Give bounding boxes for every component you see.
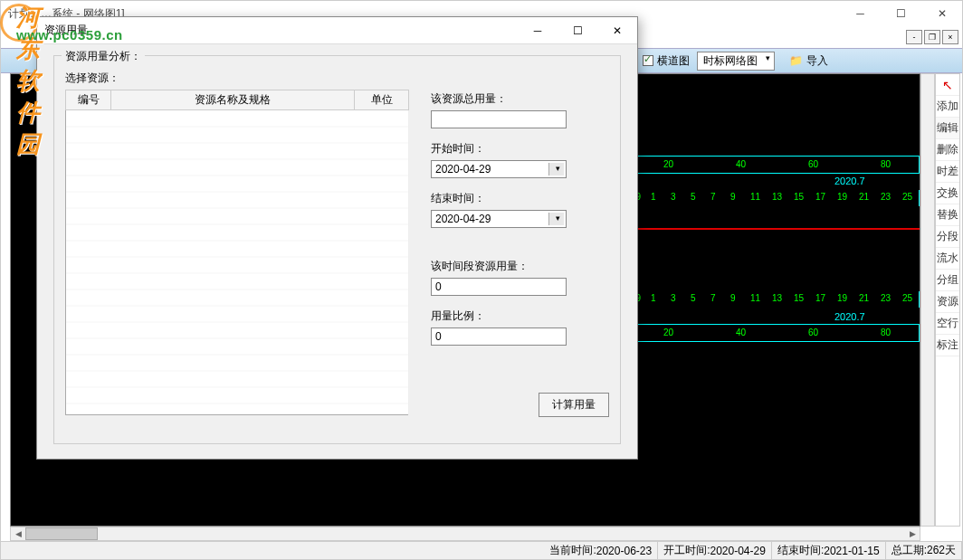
col-name[interactable]: 资源名称及规格 (111, 90, 355, 110)
close-button[interactable]: ✕ (921, 1, 962, 26)
resource-table[interactable]: 编号 资源名称及规格 单位 (65, 90, 409, 415)
main-window-controls: ─ ☐ ✕ (840, 1, 962, 26)
mdi-close-button[interactable]: × (942, 30, 958, 44)
resource-usage-dialog: 资源用量 ─ ☐ ✕ 资源用量分析： 选择资源： 编号 资源名称及规格 单 (36, 16, 638, 460)
day-row: 29 1 3 5 7 9 11 13 15 17 19 21 23 25 (626, 190, 920, 206)
checkbox-icon (643, 55, 653, 66)
maximize-button[interactable]: ☐ (881, 1, 921, 26)
dialog-body: 资源用量分析： 选择资源： 编号 资源名称及规格 单位 (37, 44, 637, 455)
month-label: 2020.7 (834, 311, 865, 322)
col-unit[interactable]: 单位 (355, 90, 409, 110)
ratio-input[interactable] (431, 327, 567, 346)
import-button[interactable]: 导入 (806, 53, 828, 69)
col-id[interactable]: 编号 (66, 90, 111, 110)
timediff-tool[interactable]: 时差 (936, 161, 959, 183)
horizontal-scrollbar[interactable]: ◀ ▶ (10, 527, 920, 541)
dialog-titlebar[interactable]: 资源用量 ─ ☐ ✕ (37, 17, 637, 44)
delete-tool[interactable]: 删除 (936, 139, 959, 161)
status-current-time: 当前时间:2020-06-23 (544, 542, 658, 559)
dialog-maximize-button[interactable]: ☐ (558, 17, 597, 44)
total-usage-input[interactable] (431, 110, 567, 128)
period-usage-label: 该时间段资源用量： (431, 259, 609, 274)
month-label: 2020.7 (834, 176, 865, 186)
start-time-label: 开始时间： (431, 141, 609, 157)
segment-tool[interactable]: 分段 (936, 226, 959, 248)
add-tool[interactable]: 添加 (936, 96, 959, 118)
scroll-thumb[interactable] (25, 527, 98, 540)
dialog-title: 资源用量 (44, 23, 518, 38)
mdi-controls: - ❐ × (906, 30, 958, 44)
dialog-minimize-button[interactable]: ─ (518, 17, 558, 44)
swap-tool[interactable]: 交换 (936, 183, 959, 204)
empty-rows[interactable] (66, 110, 409, 415)
redline (626, 228, 920, 230)
right-toolbar: ↖ 添加 编辑 删除 时差 交换 替换 分段 流水 分组 资源 空行 标注 (935, 73, 960, 527)
scroll-left-icon[interactable]: ◀ (11, 527, 25, 540)
ruler-bottom: 20 40 60 80 (626, 324, 920, 342)
groupbox-legend: 资源用量分析： (62, 49, 145, 64)
status-start-time: 开工时间:2020-04-29 (658, 542, 772, 559)
select-resource-label: 选择资源： (65, 71, 609, 86)
analysis-groupbox: 资源用量分析： 选择资源： 编号 资源名称及规格 单位 (53, 55, 621, 444)
start-time-combo[interactable]: 2020-04-29 (431, 160, 567, 178)
replace-tool[interactable]: 替换 (936, 204, 959, 226)
view-gantt-toggle[interactable]: 横道图 (643, 53, 690, 69)
mdi-minimize-button[interactable]: - (906, 30, 922, 44)
group-tool[interactable]: 分组 (936, 270, 959, 291)
ruler-top: 20 40 60 80 (626, 156, 920, 174)
edit-tool[interactable]: 编辑 (936, 118, 959, 139)
flow-tool[interactable]: 流水 (936, 248, 959, 270)
status-end-time: 结束时间:2021-01-15 (772, 542, 886, 559)
status-duration: 总工期:262天 (886, 542, 962, 559)
form-column: 该资源总用量： 开始时间： 2020-04-29 结束时间： 2020-04-2… (431, 90, 609, 417)
resource-table-wrap: 编号 资源名称及规格 单位 (65, 90, 409, 417)
status-bar: 当前时间:2020-06-23 开工时间:2020-04-29 结束时间:202… (1, 541, 962, 559)
minimize-button[interactable]: ─ (840, 1, 881, 26)
resource-tool[interactable]: 资源 (936, 291, 959, 313)
timeline-block-2: 29 1 3 5 7 9 11 13 15 17 19 21 23 25 202… (626, 291, 920, 342)
vertical-scrollbar[interactable] (920, 73, 935, 527)
ratio-label: 用量比例： (431, 308, 609, 324)
end-time-label: 结束时间： (431, 191, 609, 206)
annotate-tool[interactable]: 标注 (936, 335, 959, 356)
end-time-combo[interactable]: 2020-04-29 (431, 210, 567, 228)
cursor-tool[interactable]: ↖ (936, 74, 959, 96)
day-row: 29 1 3 5 7 9 11 13 15 17 19 21 23 25 (626, 291, 920, 308)
scroll-right-icon[interactable]: ▶ (905, 527, 920, 540)
timeline-block-1: 20 40 60 80 2020.7 29 1 3 5 7 9 11 13 15… (626, 156, 920, 206)
dialog-close-button[interactable]: ✕ (597, 17, 637, 44)
total-usage-label: 该资源总用量： (431, 91, 609, 107)
blankrow-tool[interactable]: 空行 (936, 313, 959, 335)
view-mode-dropdown[interactable]: 时标网络图 (697, 52, 775, 71)
mdi-restore-button[interactable]: ❐ (924, 30, 940, 44)
calculate-button[interactable]: 计算用量 (539, 393, 609, 417)
period-usage-input[interactable] (431, 278, 567, 296)
folder-icon: 📁 (789, 54, 803, 67)
